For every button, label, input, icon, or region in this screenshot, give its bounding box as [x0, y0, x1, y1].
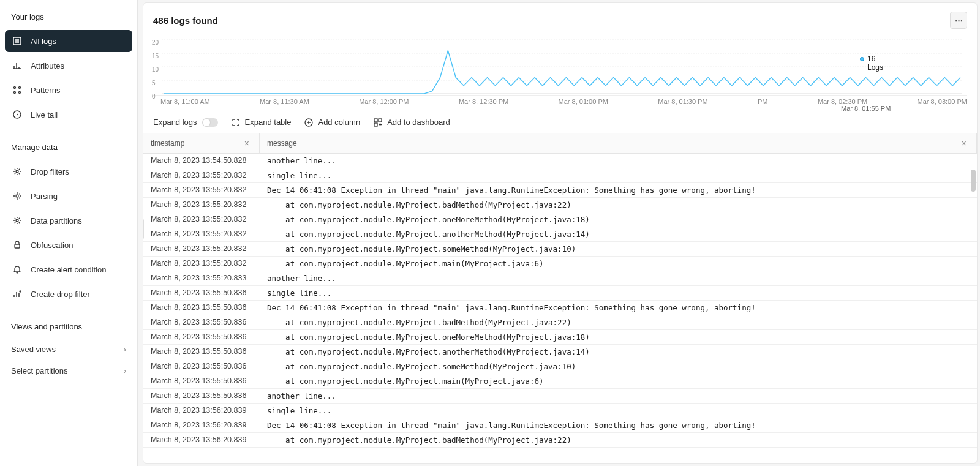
- chart-hover-label: 16 Logs: [867, 54, 883, 72]
- table-row[interactable]: March 8, 2023 13:55:20.832Dec 14 06:41:0…: [143, 183, 977, 198]
- views-item-saved-views[interactable]: Saved views ›: [5, 340, 132, 359]
- row-message: at com.myproject.module.MyProject.someMe…: [260, 359, 977, 374]
- table-row[interactable]: March 8, 2023 13:55:20.832 at com.myproj…: [143, 227, 977, 242]
- svg-point-15: [16, 195, 18, 197]
- add-column-button[interactable]: Add column: [304, 118, 360, 127]
- svg-rect-32: [374, 123, 377, 126]
- filter-bars-icon: [12, 289, 22, 299]
- row-message: at com.myproject.module.MyProject.someMe…: [260, 242, 977, 256]
- sidebar-item-label: All logs: [31, 37, 56, 46]
- sidebar-item-obfuscation[interactable]: Obfuscation: [5, 234, 132, 256]
- sidebar-item-live-tail[interactable]: Live tail: [5, 103, 132, 126]
- log-table-body[interactable]: March 8, 2023 13:54:50.828another line..…: [143, 154, 977, 463]
- table-row[interactable]: March 8, 2023 13:55:20.832 at com.myproj…: [143, 242, 977, 257]
- row-timestamp: March 8, 2023 13:55:50.836: [143, 301, 260, 315]
- chart-hover-dot: [860, 57, 864, 61]
- row-timestamp: March 8, 2023 13:55:50.836: [143, 330, 260, 344]
- add-to-dashboard-button[interactable]: Add to dashboard: [374, 118, 450, 127]
- views-item-label: Select partitions: [11, 366, 68, 375]
- sidebar-item-parsing[interactable]: Parsing: [5, 185, 132, 207]
- svg-point-21: [20, 291, 21, 292]
- column-header-message[interactable]: message ×: [260, 133, 977, 153]
- log-volume-chart[interactable]: Mar 8, 11:00 AM Mar 8, 11:30 AM Mar 8, 1…: [143, 32, 977, 111]
- sidebar-item-label: Patterns: [31, 86, 60, 95]
- gear-icon: [12, 216, 22, 225]
- sidebar-section-your-logs: Your logs: [5, 9, 132, 28]
- table-row[interactable]: March 8, 2023 13:55:50.836Dec 14 06:41:0…: [143, 301, 977, 315]
- main-panel: ‹ 486 logs found ⋯ 20 15 10 5 0: [143, 2, 978, 464]
- row-message: at com.myproject.module.MyProject.oneMor…: [260, 330, 977, 344]
- table-row[interactable]: March 8, 2023 13:56:20.839Dec 14 06:41:0…: [143, 418, 977, 433]
- table-row[interactable]: March 8, 2023 13:55:50.836 at com.myproj…: [143, 345, 977, 359]
- table-row[interactable]: March 8, 2023 13:55:50.836single line...: [143, 286, 977, 301]
- row-timestamp: March 8, 2023 13:56:20.839: [143, 418, 260, 432]
- row-timestamp: March 8, 2023 13:55:50.836: [143, 315, 260, 329]
- logs-toolbar: Expand logs Expand table Add column Ad: [143, 111, 977, 133]
- svg-marker-13: [17, 113, 18, 116]
- sidebar-section-views: Views and partitions: [5, 318, 132, 337]
- expand-icon: [232, 118, 240, 127]
- chevron-right-icon: ›: [124, 345, 126, 354]
- table-row[interactable]: March 8, 2023 13:55:50.836 at com.myproj…: [143, 374, 977, 389]
- row-message: another line...: [260, 154, 977, 168]
- more-button[interactable]: ⋯: [950, 12, 967, 29]
- row-timestamp: March 8, 2023 13:55:20.832: [143, 198, 260, 212]
- table-row[interactable]: March 8, 2023 13:55:20.832 at com.myproj…: [143, 257, 977, 271]
- gear-icon: [12, 167, 22, 176]
- toggle-switch-icon: [202, 118, 218, 127]
- row-timestamp: March 8, 2023 13:55:20.832: [143, 242, 260, 256]
- sidebar-item-all-logs[interactable]: All logs: [5, 30, 132, 52]
- row-message: at com.myproject.module.MyProject.badMet…: [260, 433, 977, 447]
- row-timestamp: March 8, 2023 13:54:50.828: [143, 154, 260, 168]
- sidebar-item-label: Drop filters: [31, 167, 69, 176]
- close-icon[interactable]: ×: [959, 138, 969, 148]
- views-item-label: Saved views: [11, 345, 56, 354]
- table-row[interactable]: March 8, 2023 13:55:20.832 at com.myproj…: [143, 198, 977, 212]
- row-message: at com.myproject.module.MyProject.main(M…: [260, 257, 977, 271]
- table-row[interactable]: March 8, 2023 13:55:20.832single line...: [143, 168, 977, 183]
- sidebar-item-data-partitions[interactable]: Data partitions: [5, 209, 132, 231]
- row-message: at com.myproject.module.MyProject.anothe…: [260, 227, 977, 241]
- expand-logs-toggle[interactable]: Expand logs: [153, 118, 218, 127]
- column-header-timestamp[interactable]: timestamp ×: [143, 133, 260, 153]
- row-message: at com.myproject.module.MyProject.main(M…: [260, 374, 977, 388]
- table-row[interactable]: March 8, 2023 13:55:50.836 at com.myproj…: [143, 359, 977, 374]
- sidebar-item-label: Obfuscation: [31, 241, 73, 250]
- table-row[interactable]: March 8, 2023 13:56:20.839 at com.myproj…: [143, 433, 977, 448]
- sidebar-item-attributes[interactable]: Attributes: [5, 54, 132, 77]
- table-row[interactable]: March 8, 2023 13:54:50.828another line..…: [143, 154, 977, 168]
- sidebar-item-create-alert[interactable]: Create alert condition: [5, 258, 132, 280]
- row-timestamp: March 8, 2023 13:55:50.836: [143, 359, 260, 374]
- views-item-select-partitions[interactable]: Select partitions ›: [5, 361, 132, 380]
- ellipsis-icon: ⋯: [955, 16, 963, 25]
- sidebar-item-label: Data partitions: [31, 216, 82, 225]
- table-row[interactable]: March 8, 2023 13:56:20.839single line...: [143, 404, 977, 418]
- svg-point-16: [16, 219, 18, 222]
- svg-rect-30: [374, 119, 377, 122]
- chart-y-axis-ticks: 20 15 10 5 0: [152, 40, 159, 107]
- row-timestamp: March 8, 2023 13:55:20.832: [143, 257, 260, 271]
- gear-icon: [12, 191, 22, 201]
- close-icon[interactable]: ×: [242, 138, 252, 148]
- bar-chart-icon: [12, 61, 22, 70]
- sidebar-item-create-drop-filter[interactable]: Create drop filter: [5, 283, 132, 305]
- play-circle-icon: [12, 110, 22, 119]
- row-message: at com.myproject.module.MyProject.oneMor…: [260, 212, 977, 227]
- table-row[interactable]: March 8, 2023 13:55:50.836 at com.myproj…: [143, 315, 977, 330]
- table-row[interactable]: March 8, 2023 13:55:20.833another line..…: [143, 271, 977, 286]
- svg-rect-17: [15, 244, 20, 248]
- row-message: another line...: [260, 271, 977, 285]
- sidebar-item-label: Live tail: [31, 110, 58, 119]
- sidebar-item-drop-filters[interactable]: Drop filters: [5, 160, 132, 182]
- plus-circle-icon: [304, 118, 313, 127]
- row-timestamp: March 8, 2023 13:55:20.832: [143, 168, 260, 182]
- table-row[interactable]: March 8, 2023 13:55:20.832 at com.myproj…: [143, 212, 977, 227]
- table-row[interactable]: March 8, 2023 13:55:50.836another line..…: [143, 389, 977, 404]
- lock-icon: [12, 240, 22, 250]
- table-row[interactable]: March 8, 2023 13:55:50.836 at com.myproj…: [143, 330, 977, 345]
- row-timestamp: March 8, 2023 13:55:50.836: [143, 389, 260, 403]
- sidebar-item-patterns[interactable]: Patterns: [5, 79, 132, 101]
- log-table-header: timestamp × message ×: [143, 133, 977, 154]
- scrollbar-thumb[interactable]: [971, 170, 976, 192]
- expand-table-button[interactable]: Expand table: [232, 118, 292, 127]
